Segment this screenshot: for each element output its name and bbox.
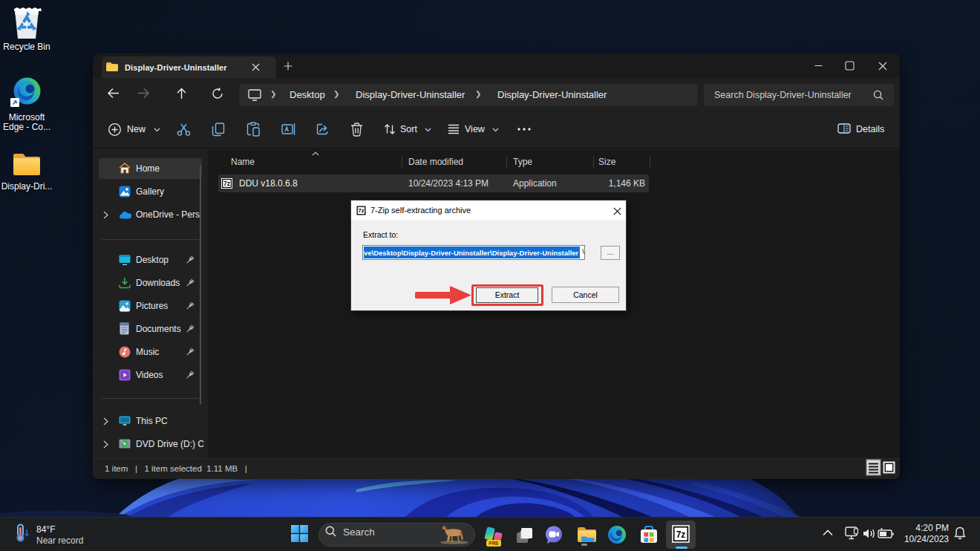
svg-text:7z: 7z — [676, 529, 686, 540]
svg-text:7z: 7z — [359, 207, 365, 214]
svg-text:7z: 7z — [223, 180, 230, 187]
